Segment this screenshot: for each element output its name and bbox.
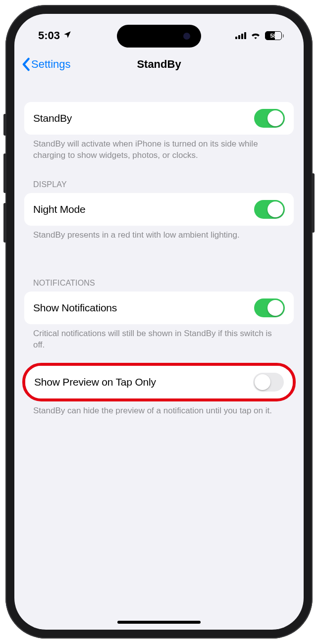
volume-up-button — [3, 153, 6, 193]
battery-icon: 58 — [265, 31, 284, 40]
standby-row[interactable]: StandBy — [24, 102, 294, 135]
location-icon — [63, 29, 72, 42]
show-notifications-row[interactable]: Show Notifications — [24, 292, 294, 324]
standby-footer: StandBy will activate when iPhone is tur… — [24, 135, 294, 161]
night-mode-footer: StandBy presents in a red tint with low … — [24, 226, 294, 241]
svg-rect-2 — [241, 34, 243, 39]
power-button — [312, 173, 315, 233]
dynamic-island — [117, 25, 201, 48]
show-preview-label: Show Preview on Tap Only — [34, 376, 156, 388]
show-notifications-toggle[interactable] — [254, 298, 285, 317]
cellular-icon — [235, 29, 246, 42]
group-notifications: NOTIFICATIONS Show Notifications Critica… — [24, 279, 294, 417]
status-time: 5:03 — [38, 29, 60, 42]
group-main: StandBy StandBy will activate when iPhon… — [24, 102, 294, 161]
group-display: DISPLAY Night Mode StandBy presents in a… — [24, 180, 294, 241]
screen: 5:03 — [14, 14, 304, 630]
notifications-header: NOTIFICATIONS — [24, 279, 294, 292]
standby-label: StandBy — [33, 112, 72, 124]
chevron-left-icon — [21, 57, 30, 71]
show-preview-row[interactable]: Show Preview on Tap Only — [25, 366, 293, 398]
show-preview-toggle[interactable] — [253, 373, 284, 392]
highlight-annotation: Show Preview on Tap Only — [22, 363, 296, 401]
home-indicator[interactable] — [117, 621, 201, 624]
content: StandBy StandBy will activate when iPhon… — [14, 80, 304, 421]
page-title: StandBy — [137, 58, 181, 71]
standby-toggle[interactable] — [254, 109, 285, 128]
svg-rect-0 — [235, 37, 237, 39]
svg-rect-3 — [244, 32, 246, 39]
show-notifications-label: Show Notifications — [33, 302, 117, 314]
night-mode-row[interactable]: Night Mode — [24, 193, 294, 226]
navigation-bar: Settings StandBy — [14, 49, 304, 80]
wifi-icon — [250, 29, 261, 42]
display-header: DISPLAY — [24, 180, 294, 193]
volume-down-button — [3, 203, 6, 243]
svg-rect-1 — [238, 35, 240, 39]
show-preview-footer: StandBy can hide the preview of a notifi… — [24, 401, 294, 417]
back-button[interactable]: Settings — [21, 57, 71, 71]
night-mode-toggle[interactable] — [254, 200, 285, 219]
back-label: Settings — [31, 58, 71, 71]
phone-frame: 5:03 — [5, 5, 313, 639]
night-mode-label: Night Mode — [33, 203, 85, 215]
show-notifications-footer: Critical notifications will still be sho… — [24, 324, 294, 351]
battery-level: 58 — [265, 31, 282, 40]
silence-switch — [3, 114, 6, 136]
